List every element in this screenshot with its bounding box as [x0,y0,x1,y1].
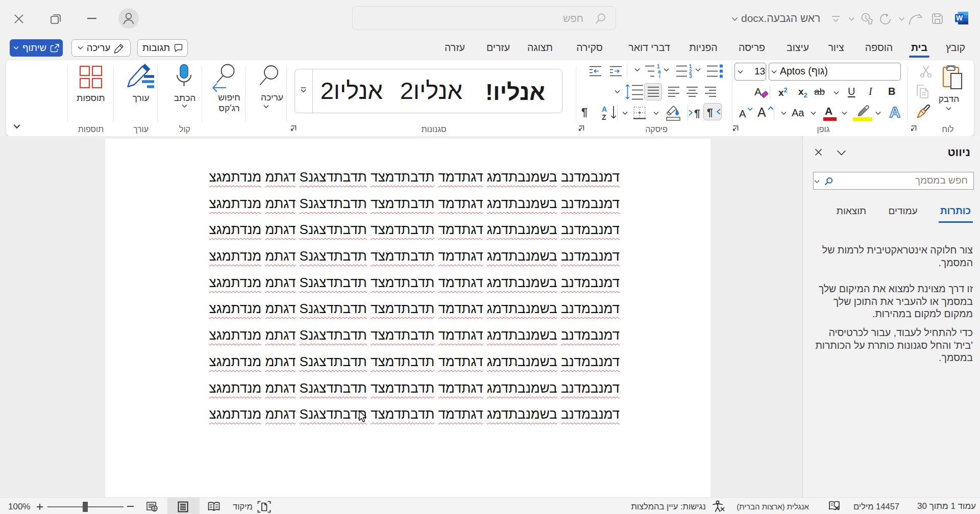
svg-text:A: A [602,105,607,113]
svg-text:3: 3 [689,73,692,79]
svg-text:Z: Z [602,113,606,120]
svg-text:W: W [956,14,963,22]
svg-text:¶: ¶ [707,106,713,117]
svg-text:¶: ¶ [694,107,700,118]
svg-text:A: A [754,86,762,97]
svg-text:i: i [659,73,660,79]
svg-text:A: A [889,104,900,120]
